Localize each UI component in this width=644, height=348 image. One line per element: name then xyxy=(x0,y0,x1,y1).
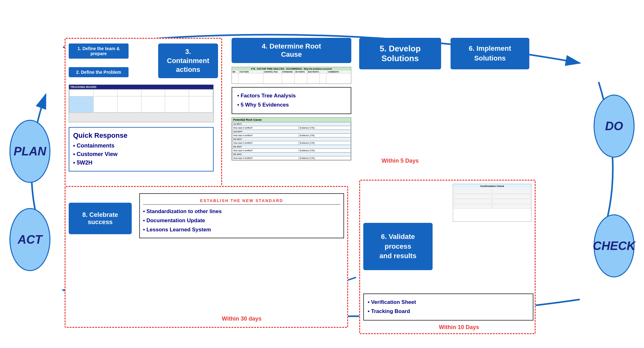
quick-response-box: Quick Response Containments Customer Vie… xyxy=(69,127,214,171)
step6-bullets-box: • Verification Sheet • Tracking Board xyxy=(363,293,533,321)
fta-mockup: FTA - FACTOR TREE ANALYSIS - OCCURRENCE … xyxy=(232,67,351,84)
check-section: Confirmation Check 6. Validate process a… xyxy=(359,180,536,334)
step3-box: 3. Containment actions xyxy=(158,44,218,78)
step6-bullet2: • Tracking Board xyxy=(368,307,529,316)
step8-label: 8. Celebrate success xyxy=(82,211,118,226)
step5-btn: 5. Develop Solutions xyxy=(359,38,441,69)
quick-response-list: Containments Customer View 5W2H xyxy=(73,142,209,167)
do-label: DO xyxy=(594,95,635,158)
step3-label: 3. Containment actions xyxy=(167,47,209,74)
std-item1: • Standardization to other lines xyxy=(143,207,340,216)
step4-bullets: Factors Tree Analysis 5 Why 5 Evidences xyxy=(232,87,351,114)
act-section: 8. Celebrate success ESTABLISH THE NEW S… xyxy=(65,186,348,328)
step6-do-label: 6. Implement Solutions xyxy=(469,44,511,63)
step4-label: 4. Determine Root Cause xyxy=(262,42,321,59)
plan-text: PLAN xyxy=(14,145,46,158)
qr-item2: Customer View xyxy=(73,150,209,159)
main-container: PLAN DO CHECK ACT 1. Define the team & p… xyxy=(0,0,644,348)
std-item3: • Lessons Learned System xyxy=(143,225,340,235)
quick-response-title: Quick Response xyxy=(73,131,209,140)
step6-bullet1: • Verification Sheet xyxy=(368,298,529,307)
qr-item1: Containments xyxy=(73,142,209,150)
step1-label: 1. Define the team & prepare xyxy=(78,46,120,56)
qr-item3: 5W2H xyxy=(73,159,209,167)
tracking-board-mockup: TRACKING BOARD xyxy=(69,84,214,122)
step5-label: 5. Develop Solutions xyxy=(364,44,436,63)
do-text: DO xyxy=(605,119,623,133)
step8-btn: 8. Celebrate success xyxy=(69,203,132,234)
step4-section: 4. Determine Root Cause FTA - FACTOR TRE… xyxy=(232,38,351,160)
five-why-mockup: Potential Root Cause 1st WHY How was it … xyxy=(232,117,351,160)
act-text: ACT xyxy=(18,233,42,246)
establish-header: ESTABLISH THE NEW STANDARD xyxy=(143,197,340,205)
plan-label: PLAN xyxy=(9,120,50,183)
step2-box: 2. Define the Problem xyxy=(69,67,129,77)
step6-do-btn: 6. Implement Solutions xyxy=(451,38,529,69)
fta-header: FTA - FACTOR TREE ANALYSIS - OCCURRENCE … xyxy=(232,67,351,71)
step4-bullet2: 5 Why 5 Evidences xyxy=(237,101,346,110)
check-text: CHECK xyxy=(593,239,635,253)
step6-check-label: 6. Validate process and results xyxy=(379,232,416,261)
step5-timing: Within 5 Days xyxy=(359,158,441,164)
step4-bullet1: Factors Tree Analysis xyxy=(237,91,346,101)
act-timing: Within 30 days xyxy=(139,316,344,322)
confirmation-mockup: Confirmation Check xyxy=(453,184,532,222)
check-label: CHECK xyxy=(594,214,635,277)
containment-section: 1. Define the team & prepare 2. Define t… xyxy=(65,38,222,211)
step4-btn: 4. Determine Root Cause xyxy=(232,38,351,63)
std-item2: • Documentation Update xyxy=(143,216,340,225)
step2-label: 2. Define the Problem xyxy=(76,70,121,75)
step6-check-btn: 6. Validate process and results xyxy=(363,223,433,270)
standardization-box: ESTABLISH THE NEW STANDARD • Standardiza… xyxy=(139,193,344,238)
step1-box: 1. Define the team & prepare xyxy=(69,44,129,59)
step6-timing: Within 10 Days xyxy=(439,324,479,331)
act-label: ACT xyxy=(9,208,50,271)
